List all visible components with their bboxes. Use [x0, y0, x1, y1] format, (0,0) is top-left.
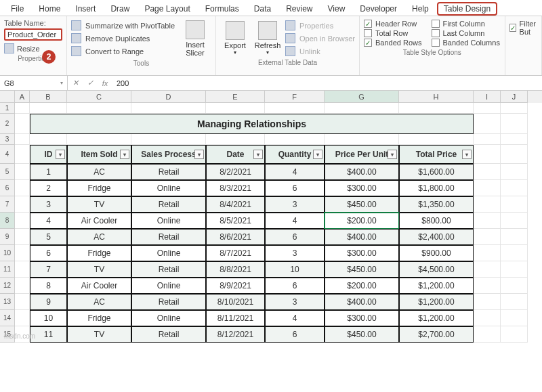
tab-data[interactable]: Data [247, 2, 278, 16]
cell-tot[interactable]: $1,200.00 [399, 310, 474, 326]
th-tot[interactable]: Total Price▾ [399, 145, 474, 164]
cell-qty[interactable]: 6 [265, 326, 325, 343]
cell-date[interactable]: 8/2/2021 [206, 164, 265, 180]
cell-ppu[interactable]: $300.00 [325, 180, 399, 196]
chk-total-row[interactable]: Total Row [364, 28, 422, 38]
cell-id[interactable]: 5 [30, 229, 67, 245]
tab-formulas[interactable]: Formulas [199, 2, 246, 16]
th-date[interactable]: Date▾ [206, 145, 265, 164]
cell-item[interactable]: Fridge [67, 310, 131, 326]
col-F[interactable]: F [265, 91, 325, 103]
cell-proc[interactable]: Retail [131, 261, 206, 278]
tablename-input[interactable]: Product_Order [4, 28, 62, 41]
filter-icon[interactable]: ▾ [462, 150, 472, 159]
row-13[interactable]: 13 [0, 294, 15, 310]
cell-item[interactable]: Air Cooler [67, 213, 131, 229]
cell-id[interactable]: 2 [30, 180, 67, 196]
tab-page-layout[interactable]: Page Layout [138, 2, 196, 16]
cell-tot[interactable]: $2,400.00 [399, 229, 474, 245]
row-7[interactable]: 7 [0, 196, 15, 213]
th-id[interactable]: ID▾ [30, 145, 67, 164]
cell-ppu[interactable]: $300.00 [325, 310, 399, 326]
cell-tot[interactable]: $1,350.00 [399, 196, 474, 213]
col-H[interactable]: H [399, 91, 474, 103]
cell-proc[interactable]: Retail [131, 164, 206, 180]
cell-ppu[interactable]: $400.00 [325, 294, 399, 310]
cell-proc[interactable]: Online [131, 180, 206, 196]
tab-review[interactable]: Review [279, 2, 319, 16]
cell-tot[interactable]: $1,600.00 [399, 164, 474, 180]
name-box[interactable]: G8▾ [0, 76, 68, 90]
insert-slicer-button[interactable]: Insert Slicer [179, 19, 211, 58]
cell-proc[interactable]: Online [131, 213, 206, 229]
cell-id[interactable]: 3 [30, 196, 67, 213]
cell-date[interactable]: 8/11/2021 [206, 310, 265, 326]
chk-banded-cols[interactable]: Banded Columns [432, 38, 500, 47]
cell-item[interactable]: AC [67, 294, 131, 310]
filter-icon[interactable]: ▾ [253, 150, 263, 159]
chk-filter-button[interactable]: ✓Filter But [509, 19, 537, 37]
cell-item[interactable]: Air Cooler [67, 278, 131, 294]
row-9[interactable]: 9 [0, 229, 15, 245]
cell-tot[interactable]: $4,500.00 [399, 261, 474, 278]
chk-last-col[interactable]: Last Column [432, 28, 500, 38]
cell-date[interactable]: 8/8/2021 [206, 261, 265, 278]
row-5[interactable]: 5 [0, 164, 15, 180]
row-12[interactable]: 12 [0, 278, 15, 294]
cell-tot[interactable]: $1,800.00 [399, 180, 474, 196]
col-D[interactable]: D [131, 91, 206, 103]
refresh-button[interactable]: Refresh▾ [253, 19, 283, 58]
filter-icon[interactable]: ▾ [56, 150, 65, 159]
cell-tot[interactable]: $1,200.00 [399, 294, 474, 310]
cell-tot[interactable]: $2,700.00 [399, 326, 474, 343]
th-proc[interactable]: Sales Process▾ [131, 145, 206, 164]
cell-date[interactable]: 8/10/2021 [206, 294, 265, 310]
cell-proc[interactable]: Online [131, 278, 206, 294]
cell-item[interactable]: AC [67, 164, 131, 180]
cell-id[interactable]: 10 [30, 310, 67, 326]
row-3[interactable]: 3 [0, 134, 15, 145]
cell-item[interactable]: TV [67, 326, 131, 343]
col-J[interactable]: J [501, 91, 528, 103]
tab-developer[interactable]: Developer [353, 2, 404, 16]
cell-qty[interactable]: 6 [265, 180, 325, 196]
col-A[interactable]: A [15, 91, 30, 103]
cell-tot[interactable]: $1,200.00 [399, 278, 474, 294]
cell-id[interactable]: 4 [30, 213, 67, 229]
remove-duplicates-button[interactable]: Remove Duplicates [71, 32, 175, 45]
select-all-corner[interactable] [0, 91, 15, 103]
cell-id[interactable]: 9 [30, 294, 67, 310]
cell-id[interactable]: 8 [30, 278, 67, 294]
col-E[interactable]: E [206, 91, 265, 103]
cell-proc[interactable]: Retail [131, 229, 206, 245]
tab-file[interactable]: File [4, 2, 30, 16]
cell-item[interactable]: Fridge [67, 180, 131, 196]
cell-qty[interactable]: 3 [265, 294, 325, 310]
chk-first-col[interactable]: First Column [432, 19, 500, 28]
cell-proc[interactable]: Retail [131, 326, 206, 343]
cell-date[interactable]: 8/9/2021 [206, 278, 265, 294]
formula-input[interactable]: 200 [112, 76, 542, 90]
row-4[interactable]: 4 [0, 145, 15, 164]
cell-date[interactable]: 8/12/2021 [206, 326, 265, 343]
fx-button[interactable]: fx [98, 79, 112, 87]
row-6[interactable]: 6 [0, 180, 15, 196]
col-I[interactable]: I [474, 91, 501, 103]
tab-view[interactable]: View [321, 2, 352, 16]
cell-item[interactable]: Fridge [67, 245, 131, 261]
cell-tot[interactable]: $900.00 [399, 245, 474, 261]
chk-header-row[interactable]: ✓Header Row [364, 19, 422, 28]
cell-date[interactable]: 8/5/2021 [206, 213, 265, 229]
th-item[interactable]: Item Sold▾ [67, 145, 131, 164]
cell-id[interactable]: 6 [30, 245, 67, 261]
cell-qty[interactable]: 6 [265, 229, 325, 245]
cell-ppu[interactable]: $450.00 [325, 261, 399, 278]
cell-proc[interactable]: Retail [131, 294, 206, 310]
cell-item[interactable]: TV [67, 261, 131, 278]
cell-proc[interactable]: Online [131, 310, 206, 326]
cell-item[interactable]: AC [67, 229, 131, 245]
cell-ppu[interactable]: $400.00 [325, 229, 399, 245]
summarize-pivot-button[interactable]: Summarize with PivotTable [71, 19, 175, 32]
col-G[interactable]: G [325, 91, 399, 103]
cell-qty[interactable]: 6 [265, 278, 325, 294]
